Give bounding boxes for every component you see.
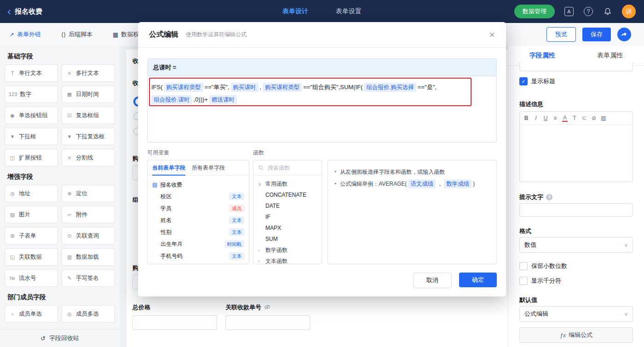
insert-image-icon[interactable]: ▨ [601,115,606,121]
thousand-separator-checkbox[interactable] [519,277,528,285]
bold-icon[interactable]: B [523,115,529,121]
default-value-select[interactable]: 公式编辑 ∨ [519,306,633,322]
formula-field-chip[interactable]: 组合报价.购买选择 [364,83,416,92]
thousand-separator-checkbox-row[interactable]: 显示千分符 [519,277,561,285]
field-item-address[interactable]: ◎地址 [5,185,58,202]
field-item-number[interactable]: 123数字 [5,85,58,103]
data-permission-icon: ▦ [113,31,118,38]
function-group-math[interactable]: › 数学函数 [258,245,317,256]
format-select[interactable]: 数值 ∨ [519,237,633,253]
edit-formula-label: 编辑公式 [569,331,592,339]
variable-row-name[interactable]: 姓名 文本 [152,214,244,226]
confirm-button[interactable]: 确定 [459,273,497,287]
field-item-location[interactable]: ⊕定位 [62,185,115,202]
variable-row-student[interactable]: 学员 成员 [152,202,244,214]
close-icon[interactable]: × [489,31,495,39]
tab-current-form-fields[interactable]: 当前表单字段 [152,160,185,175]
formula-editor[interactable]: IFS(购买课程类型=="单买",购买课时,购买课程类型=="组合购买",SUM… [148,76,496,110]
edit-formula-button[interactable]: ƒx 编辑公式 [519,327,633,343]
field-label: 手写签名 [76,274,99,282]
field-label: 下拉框 [19,133,36,141]
hint-text-input[interactable] [519,203,633,217]
link-icon[interactable]: ⊂ [581,115,587,121]
preview-button[interactable]: 预览 [546,27,576,42]
show-title-checkbox[interactable]: ✓ [519,77,528,85]
form-external-link[interactable]: ↗ 表单外链 [9,30,41,39]
variable-row-birthdate[interactable]: 出生年月 时间戳 [152,238,244,250]
help-body: • 从左侧面板选择字段名和函数，或输入函数 • 公式编辑举例：AVERAGE( … [328,160,496,195]
field-item-divider[interactable]: ≡分割线 [62,149,115,166]
field-item-multi-line-text[interactable]: ≡多行文本 [62,64,115,82]
align-icon[interactable]: ≡ [552,115,558,121]
field-item-dropdown-multiselect[interactable]: ▼下拉复选框 [62,128,115,145]
title-input-cropped[interactable] [519,63,633,71]
field-item-data-load[interactable]: ▥数据加载 [62,248,115,266]
variable-row-phone[interactable]: 手机号码 文本 [152,250,244,262]
variable-row-gender[interactable]: 性别 文本 [152,226,244,238]
function-item-concatenate[interactable]: CONCATENATE [258,189,317,200]
keep-decimal-checkbox-row[interactable]: 保留小数位数 [519,262,567,270]
linked-data-icon: ◱ [9,254,16,260]
field-item-dropdown[interactable]: ▼下拉框 [5,128,58,145]
italic-icon[interactable]: I [533,115,539,121]
default-value-text: 默认值 [519,296,537,304]
section-basic-fields: 基础字段 [0,46,120,64]
field-label: 定位 [76,190,87,198]
tab-form-design[interactable]: 表单设计 [282,7,308,16]
hint-help-icon[interactable]: ? [546,194,552,200]
field-item-radio-group[interactable]: ◉单选按钮组 [5,107,58,124]
field-label: 成员单选 [19,310,42,318]
tab-all-form-fields[interactable]: 所有表单字段 [192,160,225,175]
function-search[interactable] [253,160,322,176]
field-item-linked-data[interactable]: ◱关联数据 [5,248,58,266]
top-bar: ‹ 报名收费 表单设计 表单设置 数据管理 A ? 训 [0,0,644,23]
field-item-serial-number[interactable]: №流水号 [5,269,58,287]
field-item-extend-button[interactable]: ◫扩展按钮 [5,149,58,166]
description-editor[interactable]: B I U ≡ A T ⊂ ⊘ ▨ [519,111,633,182]
function-item-mapx[interactable]: MAPX [258,222,317,233]
field-item-subform[interactable]: ⊞子表单 [5,227,58,245]
unlink-icon[interactable]: ⊘ [591,115,597,121]
variable-row-campus[interactable]: 校区 文本 [152,190,244,202]
tab-form-settings[interactable]: 表单设置 [336,7,362,16]
underline-icon[interactable]: U [543,115,548,121]
single-line-text-icon: T [9,70,16,76]
function-group-text[interactable]: › 文本函数 [258,256,317,264]
share-icon[interactable] [617,28,631,41]
field-item-image[interactable]: ▨图片 [5,206,58,223]
field-item-linked-query[interactable]: ⊙关联查询 [62,227,115,245]
show-title-checkbox-row[interactable]: ✓ 显示标题 [519,77,555,85]
field-item-date-time[interactable]: ▦日期时间 [62,85,115,103]
backend-script-link[interactable]: ⟨⟩ 后端脚本 [61,30,92,39]
function-search-input[interactable] [267,164,315,171]
formula-field-chip[interactable]: 购买课程类型 [164,83,203,92]
function-item-if[interactable]: IF [258,211,317,222]
formula-field-chip[interactable]: 购买课时 [231,83,259,92]
field-item-member-single[interactable]: ○成员单选 [5,305,58,323]
field-recycle-bin[interactable]: ↺ 字段回收站 [0,329,120,347]
modal-footer: 取消 确定 [413,273,497,288]
tree-root-form[interactable]: ▤ 报名收费 [152,179,244,190]
function-item-sum[interactable]: SUM [258,233,317,245]
field-item-checkbox-group[interactable]: ☑复选框组 [62,107,115,124]
keep-decimal-checkbox[interactable] [519,262,528,270]
save-button[interactable]: 保存 [582,28,611,41]
serial-number-icon: № [9,275,16,281]
field-item-member-multi[interactable]: ◎成员多选 [62,305,115,323]
total-price-input[interactable] [132,315,217,330]
function-group-common[interactable]: ∨ 常用函数 [258,178,317,189]
formula-field-chip[interactable]: 组合报价.课时 [151,95,192,104]
field-item-single-line-text[interactable]: T单行文本 [5,64,58,82]
formula-field-chip[interactable]: 购买课程类型 [263,83,302,92]
related-receipt-input[interactable] [225,315,310,330]
field-item-signature[interactable]: ✎手写签名 [62,269,115,287]
formula-token: , [260,84,262,91]
formula-token: =="组合购买",SUM(IF( [303,84,362,91]
cancel-button[interactable]: 取消 [413,273,452,288]
font-color-icon[interactable]: A [562,114,568,122]
font-size-icon[interactable]: T [572,115,577,121]
formula-field-chip[interactable]: 赠送课时 [209,95,237,104]
field-item-attachment[interactable]: ▱附件 [62,206,115,223]
variable-name: 姓名 [161,216,172,224]
function-item-date[interactable]: DATE [258,200,317,211]
